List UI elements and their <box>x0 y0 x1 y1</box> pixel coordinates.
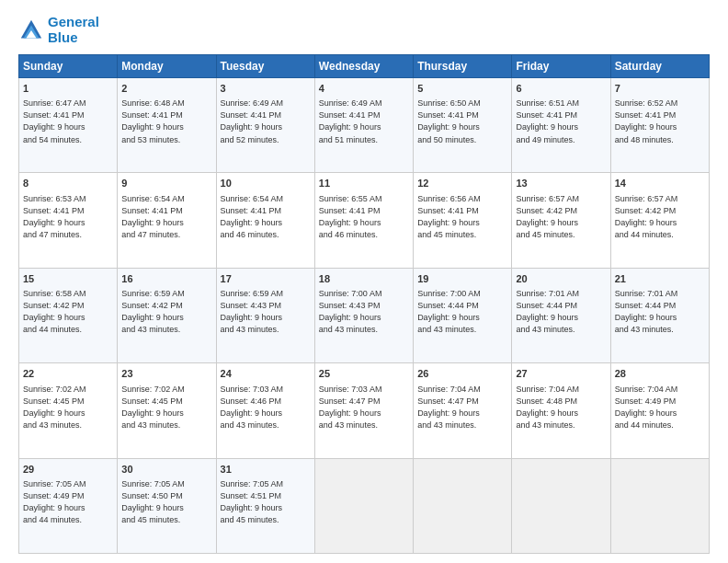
weekday-header-sunday: Sunday <box>19 55 118 78</box>
day-number: 3 <box>221 82 311 96</box>
calendar-cell: 13Sunrise: 6:57 AMSunset: 4:42 PMDayligh… <box>512 173 610 268</box>
calendar-cell <box>414 458 512 553</box>
calendar-cell: 30Sunrise: 7:05 AMSunset: 4:50 PMDayligh… <box>118 458 216 553</box>
day-info: Sunrise: 7:02 AMSunset: 4:45 PMDaylight:… <box>121 384 211 431</box>
day-info: Sunrise: 6:59 AMSunset: 4:42 PMDaylight:… <box>121 288 211 336</box>
day-info: Sunrise: 6:54 AMSunset: 4:41 PMDaylight:… <box>121 193 211 241</box>
day-info: Sunrise: 7:04 AMSunset: 4:48 PMDaylight:… <box>516 384 606 431</box>
day-info: Sunrise: 7:00 AMSunset: 4:44 PMDaylight:… <box>417 288 507 336</box>
day-number: 15 <box>23 272 113 286</box>
day-number: 30 <box>121 463 211 477</box>
day-info: Sunrise: 7:05 AMSunset: 4:49 PMDaylight:… <box>23 478 113 526</box>
day-number: 31 <box>221 463 311 477</box>
calendar-cell: 22Sunrise: 7:02 AMSunset: 4:45 PMDayligh… <box>19 363 118 458</box>
day-info: Sunrise: 7:03 AMSunset: 4:46 PMDaylight:… <box>221 384 311 431</box>
weekday-header-friday: Friday <box>512 55 610 78</box>
calendar-cell: 17Sunrise: 6:59 AMSunset: 4:43 PMDayligh… <box>216 268 314 362</box>
day-info: Sunrise: 6:55 AMSunset: 4:41 PMDaylight:… <box>319 193 409 241</box>
day-info: Sunrise: 6:49 AMSunset: 4:41 PMDaylight:… <box>319 98 409 145</box>
weekday-header-row: SundayMondayTuesdayWednesdayThursdayFrid… <box>19 55 710 78</box>
day-info: Sunrise: 6:56 AMSunset: 4:41 PMDaylight:… <box>417 193 507 241</box>
day-number: 5 <box>417 82 507 96</box>
day-number: 26 <box>417 367 507 381</box>
calendar-cell: 24Sunrise: 7:03 AMSunset: 4:46 PMDayligh… <box>216 363 314 458</box>
weekday-header-tuesday: Tuesday <box>216 55 314 78</box>
day-number: 16 <box>121 272 211 286</box>
calendar-cell: 31Sunrise: 7:05 AMSunset: 4:51 PMDayligh… <box>216 458 314 553</box>
day-number: 1 <box>23 82 113 96</box>
calendar-cell: 15Sunrise: 6:58 AMSunset: 4:42 PMDayligh… <box>19 268 118 362</box>
day-info: Sunrise: 6:59 AMSunset: 4:43 PMDaylight:… <box>221 288 311 336</box>
calendar-cell: 26Sunrise: 7:04 AMSunset: 4:47 PMDayligh… <box>414 363 512 458</box>
day-number: 13 <box>516 177 606 190</box>
calendar-cell: 16Sunrise: 6:59 AMSunset: 4:42 PMDayligh… <box>118 268 216 362</box>
calendar-cell: 23Sunrise: 7:02 AMSunset: 4:45 PMDayligh… <box>118 363 216 458</box>
weekday-header-wednesday: Wednesday <box>314 55 413 78</box>
day-info: Sunrise: 6:50 AMSunset: 4:41 PMDaylight:… <box>417 98 507 145</box>
calendar-cell: 6Sunrise: 6:51 AMSunset: 4:41 PMDaylight… <box>512 78 610 173</box>
day-number: 10 <box>221 177 311 190</box>
day-info: Sunrise: 7:00 AMSunset: 4:43 PMDaylight:… <box>319 288 409 336</box>
calendar-cell: 21Sunrise: 7:01 AMSunset: 4:44 PMDayligh… <box>610 268 709 362</box>
day-number: 28 <box>615 367 705 381</box>
day-number: 29 <box>23 463 113 477</box>
calendar-cell <box>314 458 413 553</box>
day-info: Sunrise: 7:05 AMSunset: 4:51 PMDaylight:… <box>221 478 311 526</box>
header: General Blue <box>18 15 710 45</box>
calendar-cell: 20Sunrise: 7:01 AMSunset: 4:44 PMDayligh… <box>512 268 610 362</box>
calendar-cell: 29Sunrise: 7:05 AMSunset: 4:49 PMDayligh… <box>19 458 118 553</box>
day-number: 7 <box>615 82 705 96</box>
logo-text: General Blue <box>48 15 99 45</box>
calendar-cell: 12Sunrise: 6:56 AMSunset: 4:41 PMDayligh… <box>414 173 512 268</box>
day-info: Sunrise: 6:53 AMSunset: 4:41 PMDaylight:… <box>23 193 113 241</box>
logo: General Blue <box>18 15 99 45</box>
day-info: Sunrise: 7:05 AMSunset: 4:50 PMDaylight:… <box>121 478 211 526</box>
day-number: 6 <box>516 82 606 96</box>
calendar-cell: 9Sunrise: 6:54 AMSunset: 4:41 PMDaylight… <box>118 173 216 268</box>
day-number: 20 <box>516 272 606 286</box>
day-info: Sunrise: 7:02 AMSunset: 4:45 PMDaylight:… <box>23 384 113 431</box>
day-number: 21 <box>615 272 705 286</box>
calendar-cell: 5Sunrise: 6:50 AMSunset: 4:41 PMDaylight… <box>414 78 512 173</box>
day-number: 25 <box>319 367 409 381</box>
day-info: Sunrise: 7:01 AMSunset: 4:44 PMDaylight:… <box>516 288 606 336</box>
calendar-cell: 18Sunrise: 7:00 AMSunset: 4:43 PMDayligh… <box>314 268 413 362</box>
calendar-cell: 7Sunrise: 6:52 AMSunset: 4:41 PMDaylight… <box>610 78 709 173</box>
day-info: Sunrise: 7:04 AMSunset: 4:47 PMDaylight:… <box>417 384 507 431</box>
calendar-week-3: 15Sunrise: 6:58 AMSunset: 4:42 PMDayligh… <box>19 268 710 362</box>
weekday-header-thursday: Thursday <box>414 55 512 78</box>
day-info: Sunrise: 7:03 AMSunset: 4:47 PMDaylight:… <box>319 384 409 431</box>
day-info: Sunrise: 6:47 AMSunset: 4:41 PMDaylight:… <box>23 98 113 145</box>
day-number: 27 <box>516 367 606 381</box>
calendar-week-4: 22Sunrise: 7:02 AMSunset: 4:45 PMDayligh… <box>19 363 710 458</box>
calendar-cell <box>512 458 610 553</box>
calendar-cell: 4Sunrise: 6:49 AMSunset: 4:41 PMDaylight… <box>314 78 413 173</box>
day-info: Sunrise: 6:57 AMSunset: 4:42 PMDaylight:… <box>516 193 606 241</box>
calendar-cell: 3Sunrise: 6:49 AMSunset: 4:41 PMDaylight… <box>216 78 314 173</box>
page: General Blue SundayMondayTuesdayWednesda… <box>0 0 728 563</box>
calendar-cell: 10Sunrise: 6:54 AMSunset: 4:41 PMDayligh… <box>216 173 314 268</box>
day-number: 12 <box>417 177 507 190</box>
day-info: Sunrise: 6:58 AMSunset: 4:42 PMDaylight:… <box>23 288 113 336</box>
calendar-week-2: 8Sunrise: 6:53 AMSunset: 4:41 PMDaylight… <box>19 173 710 268</box>
logo-icon <box>18 17 44 43</box>
calendar-cell: 28Sunrise: 7:04 AMSunset: 4:49 PMDayligh… <box>610 363 709 458</box>
day-info: Sunrise: 6:49 AMSunset: 4:41 PMDaylight:… <box>221 98 311 145</box>
day-number: 8 <box>23 177 113 190</box>
day-number: 18 <box>319 272 409 286</box>
calendar-cell: 19Sunrise: 7:00 AMSunset: 4:44 PMDayligh… <box>414 268 512 362</box>
day-number: 22 <box>23 367 113 381</box>
day-number: 9 <box>121 177 211 190</box>
calendar-week-5: 29Sunrise: 7:05 AMSunset: 4:49 PMDayligh… <box>19 458 710 553</box>
calendar-cell: 2Sunrise: 6:48 AMSunset: 4:41 PMDaylight… <box>118 78 216 173</box>
weekday-header-saturday: Saturday <box>610 55 709 78</box>
weekday-header-monday: Monday <box>118 55 216 78</box>
calendar-cell: 25Sunrise: 7:03 AMSunset: 4:47 PMDayligh… <box>314 363 413 458</box>
day-info: Sunrise: 6:54 AMSunset: 4:41 PMDaylight:… <box>221 193 311 241</box>
calendar-body: 1Sunrise: 6:47 AMSunset: 4:41 PMDaylight… <box>19 78 710 554</box>
calendar-cell: 14Sunrise: 6:57 AMSunset: 4:42 PMDayligh… <box>610 173 709 268</box>
day-info: Sunrise: 7:04 AMSunset: 4:49 PMDaylight:… <box>615 384 705 431</box>
day-number: 2 <box>121 82 211 96</box>
day-info: Sunrise: 6:48 AMSunset: 4:41 PMDaylight:… <box>121 98 211 145</box>
day-number: 11 <box>319 177 409 190</box>
